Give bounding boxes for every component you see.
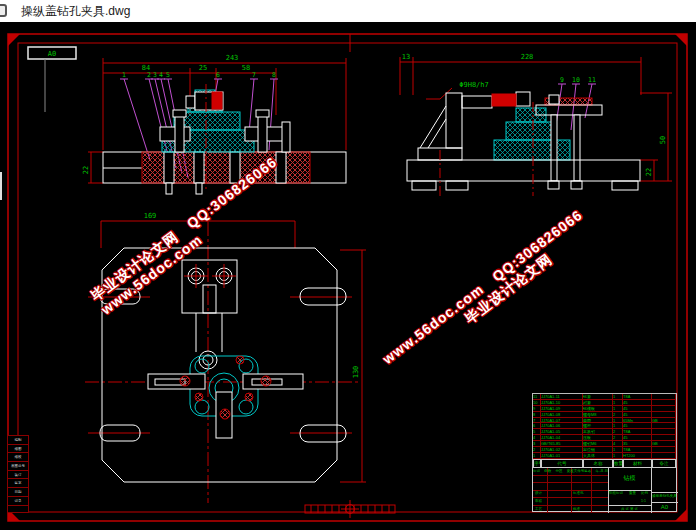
titleblock-check-label: 审核 [535,499,542,503]
bom-cell: 6 [533,423,541,428]
parts-list-table: 11JJ70A1-11钻套1T8A10JJ70A1-10衬套1459JJ70A1… [532,393,677,469]
svg-text:5: 5 [166,71,170,79]
bom-cell: JJ70A1-04 [541,435,583,440]
bom-cell: 衬套 [583,400,613,405]
bom-cell: 定位销 [583,447,613,452]
revision-row: 装订 [8,471,28,480]
bom-cell: JJ70A1-01 [541,453,583,458]
titleblock-label: 更改文件号 [567,469,585,473]
dim-130: 130 [352,366,360,379]
bom-cell [652,406,676,411]
bom-cell: 钻模板 [583,406,613,411]
bom-cell: T8A [623,447,652,452]
titleblock-sheets: 共 张 第 张 [608,507,651,511]
hole-callout: Φ9H8/h7 [459,81,489,89]
svg-text:4: 4 [159,71,163,79]
bom-cell: JJ70A1-11 [541,394,583,399]
titleblock-weight-label: 重量 [629,491,636,495]
titleblock-scale-value: 1:1 [641,499,646,503]
titleblock-label: 处数 [544,469,555,473]
bom-cell: 钻套 [583,394,613,399]
revision-row: 底图总号 [8,462,28,471]
dim-243: 243 [226,54,239,62]
svg-text:2: 2 [147,71,151,79]
bom-cell: JJ70A1-06 [541,423,583,428]
bom-cell: 1 [613,453,623,458]
bom-cell: 4 [533,435,541,440]
bom-cell: 45 [623,435,652,440]
bom-cell: JJ70A1-07 [541,418,583,423]
dim-13: 13 [402,53,410,61]
titleblock-top-labels: 标记处数分区更改文件号签名年.月.日 [533,469,608,473]
revision-row: 记录 [8,497,28,506]
bom-cell: 螺杆 [583,423,613,428]
bom-cell: HT200 [623,453,652,458]
bom-cell: 1 [533,453,541,458]
svg-text:10: 10 [572,76,580,84]
titleblock-sheet-no: A0 [651,504,678,511]
bom-cell [652,435,676,440]
titleblock-process-label: 工艺 [535,507,542,511]
plan-view: 169 130 [85,212,366,503]
bom-cell: T8A [623,429,652,434]
dim-228: 228 [521,53,534,61]
bom-cell: JJ70A1-09 [541,406,583,411]
bom-cell: 45 [623,406,652,411]
revision-row: 签字 [8,479,28,488]
dim-22-side: 22 [645,168,653,176]
bom-cell [652,423,676,428]
revision-row: 描校 [8,453,28,462]
bom-cell: 8 [533,412,541,417]
titleblock-approve-label: 批准 [573,507,580,511]
bom-rows: 11JJ70A1-11钻套1T8A10JJ70A1-10衬套1459JJ70A1… [533,394,676,459]
bom-cell: 1 [613,394,623,399]
titleblock-project-name: 操纵盖钻孔夹具 [651,494,678,498]
side-pin-red [492,94,516,106]
side-base-plate [407,160,640,190]
bom-cell: 45 [623,423,652,428]
bom-cell [652,412,676,417]
document-icon [0,4,7,17]
bom-cell: 2 [613,429,623,434]
svg-text:9: 9 [560,76,564,84]
bom-cell: GB [652,441,676,446]
sheet-size-box: A0 [28,47,76,112]
cad-drawing-canvas[interactable]: A0 243 84 25 58 22 [0,22,696,530]
bom-cell: 支承钉 [583,429,613,434]
plan-hole-crosses [184,264,236,288]
bom-cell: T8A [623,394,652,399]
bom-cell: 2 [613,412,623,417]
bom-cell: 2 [613,435,623,440]
plan-clamp-arms [148,374,303,438]
bom-cell: 压板 [583,435,613,440]
svg-text:6: 6 [216,71,220,79]
bom-cell: 1 [613,406,623,411]
titleblock-scale-label: 比例 [641,491,648,495]
left-edge-artifact [0,172,2,200]
dim-58: 58 [242,64,250,72]
bom-cell: 垫圈 [583,418,613,423]
title-block: 标记处数分区更改文件号签名年.月.日 设计 审核 工艺 标准化 批准 钻模 阶段… [532,467,677,512]
bom-cell [652,447,676,452]
front-bushing-red [212,92,222,109]
center-scale-bottom [305,500,395,518]
titleblock-design-label: 设计 [535,491,542,495]
bom-cell: 11 [533,394,541,399]
bom-cell: 夹具体 [583,453,613,458]
titleblock-label: 年.月.日 [596,469,608,473]
bom-cell: GB [652,418,676,423]
bom-cell: 5 [533,429,541,434]
bom-cell: 45 [623,400,652,405]
bom-cell: JJ70A1-08 [541,412,583,417]
front-view: 243 84 25 58 22 1 2 3 4 5 6 7 8 [82,54,346,194]
window-titlebar: 操纵盖钻孔夹具.dwg [0,0,696,22]
bom-cell: 3 [533,441,541,446]
svg-text:1: 1 [122,71,126,79]
titleblock-title-main: 钻模 [608,475,651,482]
bom-cell: 螺母M8 [583,412,613,417]
bom-cell: GB/T65-85 [541,441,583,446]
titleblock-label: 分区 [556,469,567,473]
bom-cell [652,400,676,405]
bom-cell: 10 [533,400,541,405]
svg-text:11: 11 [588,76,596,84]
